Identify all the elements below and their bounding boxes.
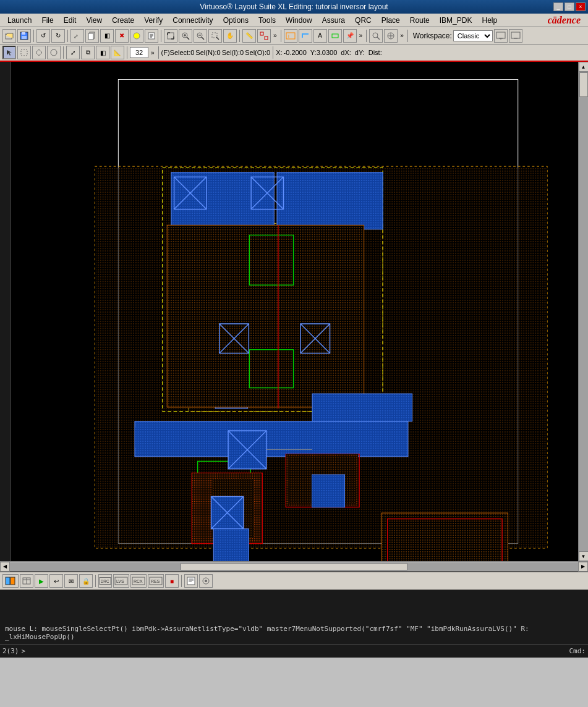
menu-options[interactable]: Options — [218, 15, 254, 26]
pin-button[interactable]: 📌 — [343, 29, 357, 43]
canvas-area[interactable] — [11, 62, 578, 561]
scroll-right-button[interactable]: ▶ — [578, 562, 588, 572]
ruler-sel-button[interactable]: 📐 — [111, 46, 124, 59]
toolbar2-sep1 — [63, 46, 64, 59]
snap-button[interactable] — [257, 29, 271, 43]
zoom-box-button[interactable] — [208, 29, 222, 43]
zoom-fit2-button[interactable] — [384, 29, 398, 43]
selo-status: Sel(O):0 — [245, 49, 270, 56]
port-button[interactable] — [328, 29, 342, 43]
menu-view[interactable]: View — [81, 15, 107, 26]
select2-button[interactable] — [17, 46, 31, 59]
cellview-button[interactable] — [20, 574, 33, 588]
wire-button[interactable] — [299, 29, 312, 43]
scroll-left-button[interactable]: ◀ — [0, 562, 10, 572]
menu-connectivity[interactable]: Connectivity — [168, 15, 218, 26]
toolbar1-more3[interactable]: » — [399, 32, 405, 39]
svg-rect-3 — [22, 36, 27, 39]
right-scrollbar[interactable]: ▲ ▼ — [578, 62, 588, 561]
email-button[interactable]: ✉ — [64, 574, 78, 588]
workspace-select[interactable]: Classic Custom — [453, 30, 493, 41]
menu-tools[interactable]: Tools — [254, 15, 281, 26]
zoom-in-button[interactable] — [179, 29, 192, 43]
move-button[interactable]: ⤢ — [70, 29, 84, 43]
cmd-cursor: > — [22, 647, 26, 655]
assura3-button[interactable]: RCX — [130, 574, 147, 588]
menu-help[interactable]: Help — [477, 15, 502, 26]
ruler-button[interactable]: 📏 — [242, 29, 256, 43]
svg-line-16 — [187, 37, 189, 40]
props-button[interactable] — [145, 29, 158, 43]
maximize-button[interactable]: □ — [565, 2, 574, 11]
lock-button[interactable]: 🔒 — [79, 574, 93, 588]
open-button[interactable] — [2, 29, 16, 43]
copy-select-button[interactable]: ⧉ — [81, 46, 95, 59]
search-button[interactable] — [369, 29, 383, 43]
zoom-out-button[interactable] — [194, 29, 207, 43]
redo-button[interactable]: ↻ — [51, 29, 65, 43]
scroll-track-horizontal[interactable] — [10, 562, 578, 571]
delete-button[interactable]: ✖ — [115, 29, 129, 43]
menu-window[interactable]: Window — [281, 15, 317, 26]
menu-launch[interactable]: Launch — [2, 15, 36, 26]
scroll-thumb-horizontal[interactable] — [181, 563, 408, 570]
select-button[interactable] — [2, 46, 16, 59]
main-layout-area: ▲ ▼ — [0, 62, 588, 561]
assura2-button[interactable]: LVS — [113, 574, 129, 588]
menu-create[interactable]: Create — [107, 15, 139, 26]
lsw-button[interactable] — [2, 574, 19, 588]
minimize-button[interactable]: _ — [553, 2, 563, 11]
toolbar1-more[interactable]: » — [272, 32, 278, 39]
svg-rect-20 — [212, 33, 217, 38]
menu-file[interactable]: File — [36, 15, 58, 26]
scroll-down-button[interactable]: ▼ — [579, 551, 589, 561]
menu-ibmpdk[interactable]: IBM_PDK — [435, 15, 477, 26]
title-bar-controls[interactable]: _ □ × — [553, 2, 586, 11]
scroll-track-vertical[interactable] — [579, 72, 588, 551]
svg-rect-6 — [88, 33, 93, 40]
label-button[interactable]: A — [313, 29, 327, 43]
svg-rect-35 — [511, 32, 520, 38]
save-button[interactable] — [17, 29, 31, 43]
bottom-scrollbar[interactable]: ◀ ▶ — [0, 561, 588, 571]
fit-button[interactable] — [164, 29, 177, 43]
menu-assura[interactable]: Assura — [317, 15, 350, 26]
toolbar1-more2[interactable]: » — [358, 32, 364, 39]
revert-button[interactable]: ↩ — [49, 574, 63, 588]
menu-edit[interactable]: Edit — [59, 15, 82, 26]
hilight-button[interactable] — [130, 29, 143, 43]
scroll-thumb-vertical[interactable] — [579, 72, 588, 97]
logview-button[interactable] — [184, 574, 198, 588]
svg-rect-79 — [312, 394, 412, 421]
bottom-toolbar: ▶ ↩ ✉ 🔒 DRC LVS RCX RES ■ — [0, 572, 588, 590]
dy-label: dY: — [355, 49, 365, 56]
menu-qrc[interactable]: QRC — [350, 15, 377, 26]
cadence-logo: cādence — [548, 15, 586, 26]
stretch-sel-button[interactable]: ◧ — [96, 46, 109, 59]
undo-button[interactable]: ↺ — [36, 29, 50, 43]
select4-button[interactable] — [47, 46, 61, 59]
viewer-button[interactable] — [199, 574, 213, 588]
toolbar2-more[interactable]: » — [150, 49, 156, 56]
copy-button[interactable] — [85, 29, 99, 43]
move-select-button[interactable]: ⤢ — [66, 46, 80, 59]
scroll-up-button[interactable]: ▲ — [579, 62, 589, 72]
seln-status: Sel(N):0 — [195, 49, 220, 56]
assura4-button[interactable]: RES — [148, 574, 164, 588]
menu-place[interactable]: Place — [377, 15, 405, 26]
menu-route[interactable]: Route — [405, 15, 435, 26]
toolbar-sep7 — [407, 30, 408, 42]
assura1-button[interactable]: DRC — [98, 574, 112, 588]
pan-button[interactable]: ✋ — [223, 29, 237, 43]
layer-number-input[interactable] — [130, 47, 148, 58]
run-button[interactable]: ▶ — [35, 574, 48, 588]
workspace-label: Workspace: — [413, 32, 452, 40]
menu-verify[interactable]: Verify — [139, 15, 168, 26]
close-button[interactable]: × — [576, 2, 586, 11]
monitor-out-button[interactable] — [494, 29, 508, 43]
monitor-in-button[interactable] — [509, 29, 522, 43]
inst-button[interactable]: i — [284, 29, 297, 43]
select3-button[interactable] — [32, 46, 46, 59]
stretch-button[interactable]: ◧ — [100, 29, 114, 43]
stop-button[interactable]: ■ — [165, 574, 179, 588]
